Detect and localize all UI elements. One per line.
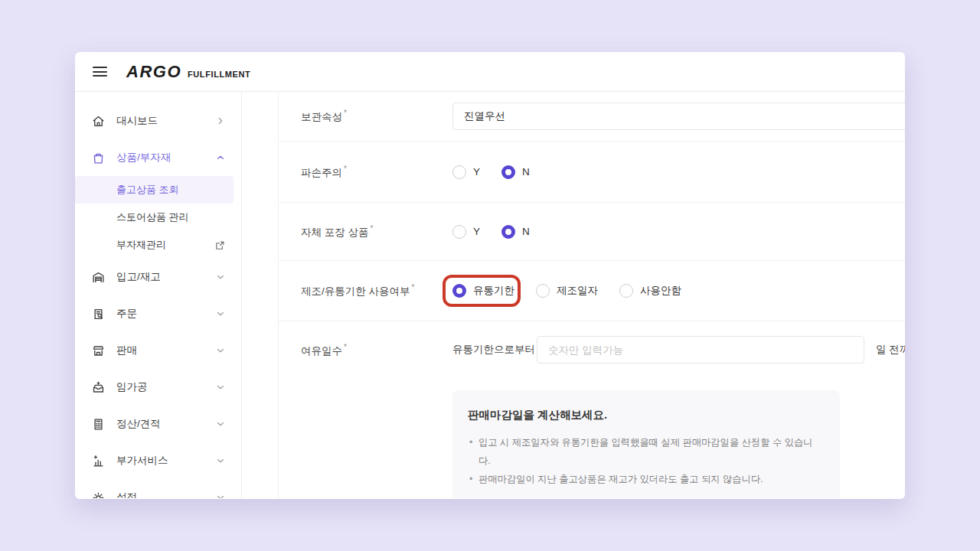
order-document-icon (91, 307, 106, 321)
sidebar-item-label: 설정 (116, 491, 215, 498)
form-row-expiry-usage: 제조/유통기한 사용여부* 유통기한 제조일자 (279, 261, 905, 321)
field-label: 제조/유통기한 사용여부* (279, 283, 452, 298)
form-row-self-packaging: 자체 포장 상품* Y N (279, 203, 905, 261)
sidebar-subitem-label: 스토어상품 관리 (116, 210, 226, 224)
sidebar-subitem-label: 부자재관리 (116, 238, 214, 252)
radio-label: 제조일자 (557, 284, 598, 298)
sidebar-item-orders[interactable]: 주문 (75, 295, 241, 332)
field-label: 파손주의* (279, 165, 452, 180)
sidebar-subitem-materials[interactable]: 부자재관리 (75, 231, 241, 259)
sidebar-item-label: 입고/재고 (116, 270, 215, 284)
app-window: ARGO FULFILLMENT 대시보드 상품/부자재 (75, 52, 905, 499)
chart-plus-icon (91, 454, 106, 468)
field-label: 자체 포장 상품* (279, 224, 452, 240)
storage-attribute-input[interactable] (452, 103, 905, 130)
sale-deadline-calc-box: 판매마감일을 계산해보세요. 입고 시 제조일자와 유통기한을 입력했을때 실제… (452, 390, 840, 498)
sidebar-subitem-store-products[interactable]: 스토어상품 관리 (75, 204, 241, 231)
inbox-plus-icon (91, 380, 106, 395)
chevron-right-icon (215, 116, 226, 126)
radio-label: 유통기한 (473, 284, 514, 298)
spare-days-suffix-text: 일 전까 (876, 343, 905, 357)
sidebar-item-settlement[interactable]: 정산/견적 (75, 406, 241, 442)
radio-selected-icon[interactable] (452, 284, 466, 298)
sidebar-item-label: 대시보드 (116, 114, 215, 128)
sidebar-subitem-outbound-products[interactable]: 출고상품 조회 (75, 176, 234, 204)
fragile-radio-n[interactable]: N (501, 165, 530, 179)
form-main-area: 보관속성* 파손주의* Y N (242, 92, 905, 498)
chevron-down-icon (215, 308, 226, 319)
form-row-storage-attribute: 보관속성* (279, 92, 905, 142)
sidebar-item-label: 정산/견적 (116, 417, 215, 431)
sidebar-item-dashboard[interactable]: 대시보드 (75, 103, 241, 139)
home-icon (91, 114, 106, 129)
required-mark: * (344, 343, 347, 351)
sidebar-item-addon-services[interactable]: 부가서비스 (75, 442, 241, 479)
sidebar-item-inbound-stock[interactable]: 입고/재고 (75, 259, 241, 295)
sidebar-item-label: 판매 (116, 344, 215, 357)
spare-days-prefix-text: 유통기한으로부터 (452, 343, 537, 357)
expiry-radio-not-used[interactable]: 사용안함 (619, 284, 681, 298)
calc-box-title: 판매마감일을 계산해보세요. (468, 408, 825, 422)
chevron-down-icon (215, 345, 226, 356)
spare-days-input[interactable] (537, 336, 864, 364)
sidebar-item-label: 임가공 (116, 380, 215, 394)
radio-label: N (522, 226, 530, 237)
app-header: ARGO FULFILLMENT (75, 52, 905, 92)
radio-unselected-icon[interactable] (452, 225, 466, 239)
self-pack-radio-y[interactable]: Y (452, 225, 480, 239)
chevron-down-icon (215, 419, 226, 429)
logo-secondary-text: FULFILLMENT (188, 70, 250, 79)
field-label: 보관속성* (279, 109, 452, 124)
warehouse-icon (91, 270, 106, 285)
sidebar-subitem-label: 출고상품 조회 (116, 183, 218, 197)
chevron-up-icon (215, 152, 226, 163)
form-row-spare-days: 여유일수* 유통기한으로부터 일 전까 판매마감일을 계산해보세요. 입고 시 … (279, 321, 905, 498)
required-mark: * (412, 283, 415, 292)
chevron-down-icon (215, 382, 226, 393)
radio-selected-icon[interactable] (501, 165, 515, 179)
radio-unselected-icon[interactable] (619, 284, 633, 298)
chevron-down-icon (215, 492, 226, 498)
required-mark: * (344, 165, 347, 173)
app-logo: ARGO FULFILLMENT (126, 62, 250, 82)
fragile-radio-y[interactable]: Y (452, 165, 480, 179)
shopping-bag-icon (91, 151, 106, 165)
form-row-fragile: 파손주의* Y N (279, 142, 905, 203)
radio-selected-icon[interactable] (501, 225, 515, 239)
radio-label: N (522, 166, 530, 178)
sidebar-item-products[interactable]: 상품/부자재 (75, 139, 241, 176)
required-mark: * (371, 224, 374, 233)
radio-unselected-icon[interactable] (536, 284, 550, 298)
calc-box-bullet-list: 입고 시 제조일자와 유통기한을 입력했을때 실제 판매마감일을 산정할 수 있… (468, 434, 825, 489)
expiry-radio-shelf-life[interactable]: 유통기한 (452, 284, 514, 298)
chevron-down-icon (215, 455, 226, 466)
sidebar-item-label: 부가서비스 (116, 454, 215, 468)
field-label: 여유일수* (279, 336, 452, 358)
sidebar-nav: 대시보드 상품/부자재 출고상품 조회 스토어상품 관리 (75, 92, 242, 498)
storefront-icon (91, 344, 106, 358)
expiry-radio-manufacture-date[interactable]: 제조일자 (536, 284, 598, 298)
hamburger-menu-icon[interactable] (93, 67, 107, 77)
calc-box-bullet: 판매마감일이 지난 출고상품은 재고가 있더라도 출고 되지 않습니다. (468, 471, 825, 489)
self-pack-radio-n[interactable]: N (501, 225, 530, 239)
required-mark: * (344, 109, 347, 117)
sidebar-item-label: 주문 (116, 307, 215, 321)
external-link-icon (214, 240, 226, 251)
calculator-icon (91, 417, 106, 432)
gear-icon (91, 491, 106, 499)
radio-label: 사용안함 (640, 284, 681, 298)
sidebar-item-settings[interactable]: 설정 (75, 479, 241, 498)
sidebar-item-processing[interactable]: 임가공 (75, 369, 241, 406)
sidebar-item-label: 상품/부자재 (116, 151, 215, 165)
logo-primary-text: ARGO (126, 62, 181, 82)
calc-box-bullet: 입고 시 제조일자와 유통기한을 입력했을때 실제 판매마감일을 산정할 수 있… (468, 434, 825, 471)
radio-unselected-icon[interactable] (452, 165, 466, 179)
chevron-down-icon (215, 272, 226, 282)
sidebar-item-sales[interactable]: 판매 (75, 332, 241, 369)
radio-label: Y (473, 226, 480, 237)
radio-label: Y (473, 166, 480, 178)
